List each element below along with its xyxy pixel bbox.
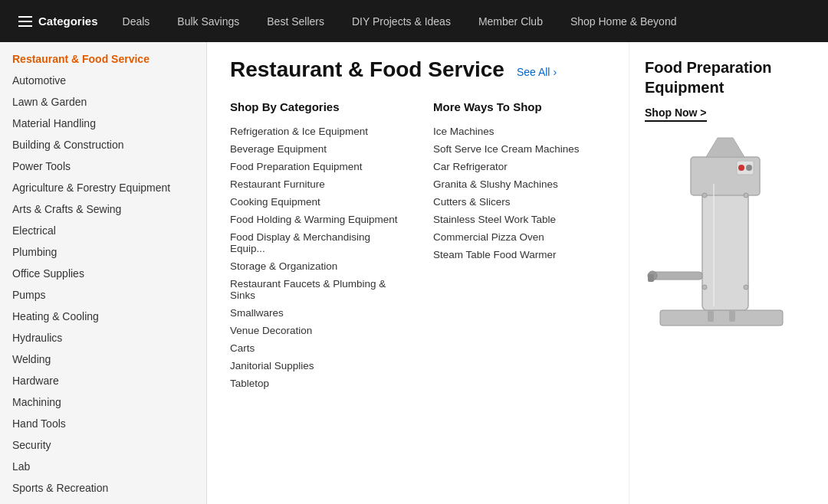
sidebar-item-4[interactable]: Building & Construction — [0, 134, 206, 155]
more-ways-link[interactable]: Ice Machines — [433, 123, 606, 140]
svg-point-15 — [744, 193, 748, 198]
categories-grid: Shop By Categories Refrigeration & Ice E… — [230, 100, 606, 392]
promo-panel: Food Preparation Equipment Shop Now > — [629, 42, 828, 504]
svg-rect-0 — [660, 310, 783, 326]
nav-item-best-sellers[interactable]: Best Sellers — [253, 0, 338, 42]
more-ways-header: More Ways To Shop — [433, 100, 606, 113]
more-ways-link[interactable]: Stainless Steel Work Table — [433, 211, 606, 228]
promo-shop-now-link[interactable]: Shop Now > — [645, 106, 707, 122]
svg-point-5 — [746, 165, 752, 171]
promo-title: Food Preparation Equipment — [645, 57, 813, 97]
categories-label: Categories — [38, 15, 98, 28]
sidebar-item-16[interactable]: Machining — [0, 391, 206, 413]
svg-rect-11 — [729, 310, 735, 322]
nav-item-member-club[interactable]: Member Club — [465, 0, 557, 42]
category-link[interactable]: Smallwares — [230, 304, 402, 322]
sidebar-item-6[interactable]: Agriculture & Forestry Equipment — [0, 177, 206, 198]
sidebar-item-13[interactable]: Hydraulics — [0, 327, 206, 349]
nav-item-shop-home[interactable]: Shop Home & Beyond — [557, 0, 691, 42]
category-link[interactable]: Carts — [230, 339, 402, 357]
machine-image — [645, 134, 798, 341]
page-header: Restaurant & Food Service See All › — [230, 57, 606, 82]
more-ways-link[interactable]: Cutters & Slicers — [433, 193, 606, 211]
sidebar-item-14[interactable]: Welding — [0, 349, 206, 370]
svg-point-16 — [744, 285, 748, 290]
category-link[interactable]: Beverage Equipment — [230, 140, 402, 158]
sidebar-item-2[interactable]: Lawn & Garden — [0, 91, 206, 113]
category-link[interactable]: Food Preparation Equipment — [230, 158, 402, 175]
shop-by-categories-col: Shop By Categories Refrigeration & Ice E… — [230, 100, 402, 392]
page-title: Restaurant & Food Service — [230, 57, 504, 82]
more-ways-link[interactable]: Commercial Pizza Oven — [433, 228, 606, 246]
category-link[interactable]: Food Holding & Warming Equipment — [230, 211, 402, 228]
category-link[interactable]: Restaurant Faucets & Plumbing & Sinks — [230, 275, 402, 304]
svg-rect-9 — [648, 274, 654, 282]
shop-by-categories-header: Shop By Categories — [230, 100, 402, 113]
more-ways-link[interactable]: Soft Serve Ice Cream Machines — [433, 140, 606, 158]
svg-marker-6 — [706, 138, 744, 157]
category-link[interactable]: Cooking Equipment — [230, 193, 402, 211]
sidebar-item-17[interactable]: Hand Tools — [0, 413, 206, 434]
sidebar-item-1[interactable]: Automotive — [0, 70, 206, 91]
shop-by-categories-links: Refrigeration & Ice EquipmentBeverage Eq… — [230, 123, 402, 392]
svg-rect-1 — [702, 180, 748, 310]
category-link[interactable]: Janitorial Supplies — [230, 357, 402, 375]
sidebar-item-7[interactable]: Arts & Crafts & Sewing — [0, 198, 206, 220]
category-link[interactable]: Restaurant Furniture — [230, 175, 402, 193]
sidebar: Restaurant & Food ServiceAutomotiveLawn … — [0, 42, 207, 504]
nav-items: DealsBulk SavingsBest SellersDIY Project… — [109, 0, 691, 42]
svg-point-14 — [702, 285, 707, 290]
category-link[interactable]: Venue Decoration — [230, 322, 402, 339]
sidebar-item-5[interactable]: Power Tools — [0, 155, 206, 177]
sidebar-item-20[interactable]: Sports & Recreation — [0, 477, 206, 499]
content-area: Restaurant & Food Service See All › Shop… — [207, 42, 629, 504]
more-ways-link[interactable]: Steam Table Food Warmer — [433, 246, 606, 263]
category-link[interactable]: Tabletop — [230, 375, 402, 392]
nav-item-diy[interactable]: DIY Projects & Ideas — [338, 0, 465, 42]
categories-button[interactable]: Categories — [8, 0, 109, 42]
sidebar-item-9[interactable]: Plumbing — [0, 241, 206, 263]
category-link[interactable]: Food Display & Merchandising Equip... — [230, 228, 402, 257]
sidebar-item-12[interactable]: Heating & Cooling — [0, 306, 206, 327]
more-ways-link[interactable]: Granita & Slushy Machines — [433, 175, 606, 193]
svg-point-13 — [702, 193, 707, 198]
top-nav: Categories DealsBulk SavingsBest Sellers… — [0, 0, 828, 42]
svg-point-4 — [738, 165, 744, 171]
sidebar-item-11[interactable]: Pumps — [0, 284, 206, 306]
nav-item-deals[interactable]: Deals — [109, 0, 164, 42]
hamburger-icon — [18, 16, 32, 27]
sidebar-item-0[interactable]: Restaurant & Food Service — [0, 48, 206, 70]
main-layout: Restaurant & Food ServiceAutomotiveLawn … — [0, 42, 828, 504]
more-ways-link[interactable]: Car Refrigerator — [433, 158, 606, 175]
sidebar-item-8[interactable]: Electrical — [0, 220, 206, 241]
svg-rect-7 — [652, 272, 702, 280]
sidebar-item-3[interactable]: Material Handling — [0, 113, 206, 134]
svg-rect-10 — [708, 310, 714, 322]
sidebar-item-19[interactable]: Lab — [0, 456, 206, 477]
more-ways-col: More Ways To Shop Ice MachinesSoft Serve… — [433, 100, 606, 392]
category-link[interactable]: Storage & Organization — [230, 257, 402, 275]
see-all-link[interactable]: See All › — [517, 66, 557, 78]
sidebar-item-21[interactable]: Idea Shopping Guide — [0, 499, 206, 504]
nav-item-bulk-savings[interactable]: Bulk Savings — [163, 0, 253, 42]
more-ways-links: Ice MachinesSoft Serve Ice Cream Machine… — [433, 123, 606, 263]
sidebar-item-10[interactable]: Office Supplies — [0, 263, 206, 284]
category-link[interactable]: Refrigeration & Ice Equipment — [230, 123, 402, 140]
chevron-right-icon: › — [553, 66, 557, 78]
sidebar-item-18[interactable]: Security — [0, 434, 206, 456]
sidebar-item-15[interactable]: Hardware — [0, 370, 206, 391]
